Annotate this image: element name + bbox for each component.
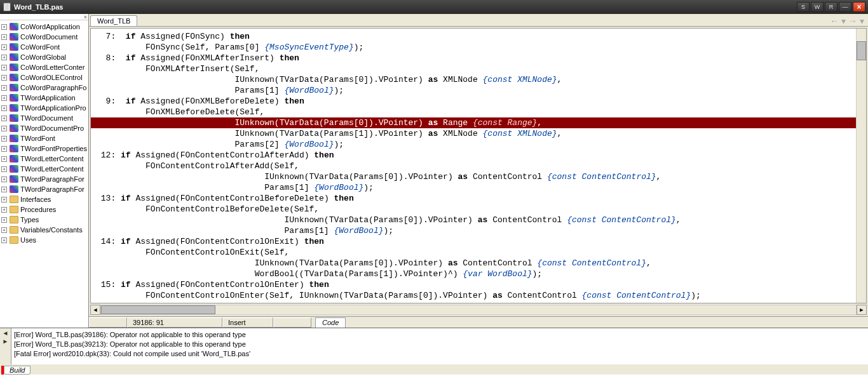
tree-node[interactable]: +TWordFontProperties [0, 143, 88, 154]
expand-icon[interactable]: + [1, 197, 7, 203]
messages-next-icon[interactable]: ► [3, 338, 9, 345]
code-line[interactable]: 15: if Assigned(FOnContentControlOnEnter… [91, 279, 856, 290]
panel-close-icon[interactable]: × [84, 14, 87, 20]
class-icon [10, 165, 18, 173]
code-line[interactable]: 7: if Assigned(FOnSync) then [91, 31, 856, 42]
message-item[interactable]: [Fatal Error] word2010.dpk(33): Could no… [14, 349, 865, 358]
horizontal-scrollbar[interactable]: ◄ ► [90, 305, 867, 315]
expand-icon[interactable]: + [1, 227, 7, 233]
minimize-button[interactable]: — [839, 2, 851, 12]
misc-s-button[interactable]: S [797, 2, 810, 12]
code-line[interactable]: IUnknown(TVarData(Params[1]).VPointer) a… [91, 128, 856, 139]
tab-build[interactable]: Build [4, 366, 31, 375]
tree-node[interactable]: +CoWordParagraphFo [0, 83, 88, 93]
code-line[interactable]: Params[1] {WordBool}); [91, 182, 856, 193]
tree-folder[interactable]: +Procedures [0, 204, 88, 215]
nav-forward-icon[interactable]: → [848, 16, 857, 26]
tree-folder[interactable]: +Interfaces [0, 194, 88, 204]
code-line[interactable]: 12: if Assigned(FOnContentControlAfterAd… [91, 150, 856, 161]
code-line[interactable]: IUnknown(TVarData(Params[0]).VPointer) a… [91, 258, 856, 269]
expand-icon[interactable]: + [1, 217, 7, 223]
code-line[interactable]: FOnSync(Self, Params[0] {MsoSyncEventTyp… [91, 42, 856, 53]
expand-icon[interactable]: + [1, 166, 7, 172]
messages-controls: ◄ ► [0, 328, 11, 364]
expand-icon[interactable]: + [1, 65, 7, 70]
code-line[interactable]: Params[1] {WordBool}); [91, 85, 856, 96]
expand-icon[interactable]: + [1, 95, 7, 101]
expand-icon[interactable]: + [1, 85, 7, 91]
code-line[interactable]: 9: if Assigned(FOnXMLBeforeDelete) then [91, 96, 856, 107]
tree-node[interactable]: +TWordLetterContent [0, 164, 88, 174]
scroll-left-icon[interactable]: ◄ [90, 305, 100, 315]
tree-label: CoWordDocument [20, 33, 78, 41]
close-button[interactable]: × [853, 2, 865, 12]
view-tab-code[interactable]: Code [315, 317, 346, 328]
expand-icon[interactable]: + [1, 237, 7, 243]
nav-back-icon[interactable]: ← [830, 16, 839, 26]
code-line[interactable]: FOnContentControlOnExit(Self, [91, 247, 856, 258]
tree-node[interactable]: +TWordApplication [0, 93, 88, 103]
message-item[interactable]: [Error] Word_TLB.pas(39213): Operator no… [14, 339, 865, 349]
code-line[interactable]: FOnContentControlBeforeDelete(Self, [91, 204, 856, 215]
expand-icon[interactable]: + [1, 126, 7, 131]
code-line[interactable]: 14: if Assigned(FOnContentControlOnExit)… [91, 236, 856, 247]
code-line[interactable]: FOnXMLAfterInsert(Self, [91, 63, 856, 74]
expand-icon[interactable]: + [1, 187, 7, 192]
code-line[interactable]: 8: if Assigned(FOnXMLAfterInsert) then [91, 53, 856, 63]
tree-node[interactable]: +TWordDocument [0, 113, 88, 123]
tree-node[interactable]: +CoWordDocument [0, 32, 88, 42]
code-line[interactable]: Params[1] {WordBool}); [91, 225, 856, 236]
tree-node[interactable]: +CoWordOLEControl [0, 72, 88, 83]
expand-icon[interactable]: + [1, 116, 7, 121]
code-line[interactable]: 13: if Assigned(FOnContentControlBeforeD… [91, 193, 856, 204]
messages-list[interactable]: [Error] Word_TLB.pas(39186): Operator no… [11, 328, 868, 364]
code-line[interactable]: WordBool((TVarData(Params[1]).VPointer)^… [91, 269, 856, 279]
code-line[interactable]: IUnknown(TVarData(Params[0]).VPointer) a… [91, 171, 856, 182]
tree-node[interactable]: +CoWordGlobal [0, 52, 88, 62]
expand-icon[interactable]: + [1, 34, 7, 40]
tree-node[interactable]: +TWordParagraphFor [0, 184, 88, 194]
code-line[interactable]: Params[2] {WordBool}); [91, 139, 856, 150]
folder-icon [10, 226, 18, 234]
expand-icon[interactable]: + [1, 146, 7, 152]
expand-icon[interactable]: + [1, 207, 7, 213]
scroll-right-icon[interactable]: ► [857, 305, 867, 315]
expand-icon[interactable]: + [1, 136, 7, 142]
code-line[interactable]: IUnknown(TVarData(Params[0]).VPointer) a… [91, 215, 856, 225]
tree-node[interactable]: +TWordParagraphFor [0, 174, 88, 184]
expand-icon[interactable]: + [1, 156, 7, 162]
nav-dropdown-icon[interactable]: ▾ [841, 16, 846, 26]
expand-icon[interactable]: + [1, 44, 7, 50]
expand-icon[interactable]: + [1, 176, 7, 182]
nav-dropdown2-icon[interactable]: ▾ [860, 16, 864, 26]
tree-folder[interactable]: +Types [0, 215, 88, 225]
code-line[interactable]: FOnContentControlOnEnter(Self, IUnknown(… [91, 290, 856, 301]
code-line[interactable]: FOnContentControlAfterAdd(Self, [91, 161, 856, 171]
tree-label: CoWordFont [20, 43, 60, 51]
tab-word-tlb[interactable]: Word_TLB [90, 15, 137, 26]
code-editor[interactable]: 7: if Assigned(FOnSync) then FOnSync(Sel… [91, 29, 856, 303]
code-line[interactable]: IUnknown(TVarData(Params[0]).VPointer) a… [91, 74, 856, 85]
tree-node[interactable]: +CoWordFont [0, 42, 88, 52]
tree-node[interactable]: +CoWordApplication [0, 22, 88, 32]
tree-node[interactable]: +TWordApplicationPro [0, 103, 88, 113]
tree-view[interactable]: +CoWordApplication+CoWordDocument+CoWord… [0, 20, 88, 328]
tree-label: TWordParagraphFor [20, 175, 85, 183]
misc-w-button[interactable]: W [811, 2, 824, 12]
tree-folder[interactable]: +Uses [0, 235, 88, 245]
message-item[interactable]: [Error] Word_TLB.pas(39186): Operator no… [14, 329, 865, 339]
expand-icon[interactable]: + [1, 75, 7, 81]
tree-folder[interactable]: +Variables/Constants [0, 225, 88, 235]
tree-node[interactable]: +TWordFont [0, 133, 88, 143]
expand-icon[interactable]: + [1, 24, 7, 30]
tree-node[interactable]: +TWordLetterContent [0, 154, 88, 164]
messages-prev-icon[interactable]: ◄ [3, 329, 9, 336]
tree-node[interactable]: +TWordDocumentPro [0, 123, 88, 133]
expand-icon[interactable]: + [1, 55, 7, 60]
expand-icon[interactable]: + [1, 105, 7, 111]
tree-node[interactable]: +CoWordLetterConter [0, 62, 88, 72]
vertical-scrollbar[interactable] [856, 29, 866, 303]
code-line[interactable]: IUnknown(TVarData(Params[0]).VPointer) a… [91, 117, 856, 128]
misc-r-button[interactable]: R [825, 2, 837, 12]
code-line[interactable]: FOnXMLBeforeDelete(Self, [91, 107, 856, 117]
